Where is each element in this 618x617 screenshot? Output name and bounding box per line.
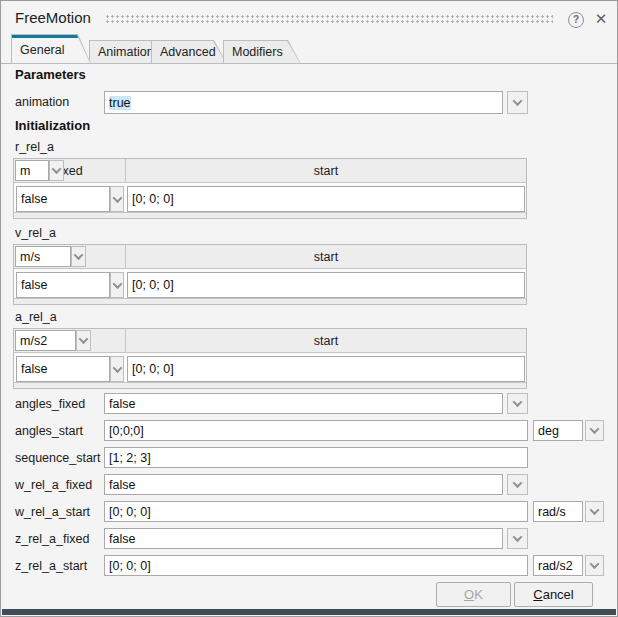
chevron-down-icon [513, 532, 523, 542]
animation-value: true [109, 96, 131, 110]
chevron-down-icon [112, 193, 122, 203]
r-rel-a-table: fixed start m false [0; 0; 0] [13, 158, 527, 219]
fixed-combo-input[interactable]: false [16, 356, 110, 382]
ok-rest: K [474, 587, 483, 602]
fixed-combo-input[interactable]: false [16, 186, 110, 212]
animation-label: animation [15, 95, 69, 109]
unit-combo-input[interactable]: m/s2 [15, 330, 76, 351]
fixed-combo-input[interactable]: false [16, 272, 110, 298]
z-rel-a-start-unit-dropdown-button[interactable] [585, 555, 604, 576]
r-rel-a-label: r_rel_a [15, 140, 54, 154]
initialization-heading: Initialization [15, 118, 90, 133]
start-column-header: start [126, 245, 526, 269]
chevron-down-icon [52, 164, 62, 174]
angles-start-label: angles_start [15, 420, 83, 441]
tab-advanced[interactable]: Advanced [151, 40, 227, 64]
w-rel-a-start-label: w_rel_a_start [15, 501, 90, 522]
start-column-header: start [126, 329, 526, 353]
chevron-down-icon [112, 363, 122, 373]
dialog-title: FreeMotion [15, 9, 91, 26]
tab-label: General [20, 34, 75, 64]
table-footer-strip [14, 382, 526, 388]
unit-combo-input[interactable]: m [15, 160, 49, 181]
unit-combo-input[interactable]: m/s [15, 246, 71, 267]
w-rel-a-start-unit-combo[interactable]: rad/s [533, 501, 583, 522]
chevron-down-icon [513, 397, 523, 407]
chevron-down-icon [513, 478, 523, 488]
help-icon[interactable]: ? [568, 12, 584, 28]
fixed-dropdown-button[interactable] [110, 356, 124, 382]
tab-label: Animation [98, 40, 149, 64]
w-rel-a-start-unit-dropdown-button[interactable] [585, 501, 604, 522]
start-column-header: start [126, 159, 526, 183]
drag-handle[interactable] [105, 14, 553, 24]
table-header: fixed start [14, 159, 526, 183]
start-value-input[interactable]: [0; 0; 0] [127, 356, 525, 382]
z-rel-a-start-label: z_rel_a_start [15, 555, 87, 576]
v-rel-a-table: fixed start m/s false [0; 0; 0] [13, 244, 527, 305]
angles-start-unit-combo[interactable]: deg [533, 420, 583, 441]
a-rel-a-table: fixed start m/s2 false [0; 0; 0] [13, 328, 527, 389]
chevron-down-icon [513, 96, 523, 106]
w-rel-a-fixed-combo-input[interactable]: false [104, 474, 503, 495]
z-rel-a-fixed-combo-input[interactable]: false [104, 528, 503, 549]
tab-general[interactable]: General [11, 34, 91, 64]
v-rel-a-label: v_rel_a [15, 226, 56, 240]
unit-dropdown-button[interactable] [76, 330, 91, 351]
ok-mnemonic: O [464, 587, 474, 602]
z-rel-a-fixed-label: z_rel_a_fixed [15, 528, 89, 549]
chevron-down-icon [590, 559, 600, 569]
tab-label: Advanced [160, 40, 211, 64]
w-rel-a-fixed-dropdown-button[interactable] [507, 474, 528, 495]
ok-button[interactable]: OK [436, 582, 511, 607]
sequence-start-input[interactable]: [1; 2; 3] [104, 447, 528, 468]
chevron-down-icon [74, 250, 84, 260]
tab-modifiers[interactable]: Modifiers [223, 40, 301, 64]
fixed-dropdown-button[interactable] [110, 186, 124, 212]
angles-start-input[interactable]: [0;0;0] [104, 420, 528, 441]
sequence-start-label: sequence_start [15, 447, 100, 468]
angles-fixed-combo-input[interactable]: false [104, 393, 503, 414]
start-value-input[interactable]: [0; 0; 0] [127, 186, 525, 212]
parameters-heading: Parameters [15, 67, 86, 82]
angles-fixed-label: angles_fixed [15, 393, 85, 414]
freemotion-dialog: FreeMotion ? ✕ General Animation Advance… [0, 0, 618, 617]
z-rel-a-fixed-dropdown-button[interactable] [507, 528, 528, 549]
chevron-down-icon [79, 334, 89, 344]
animation-combo-input[interactable]: true [104, 91, 503, 114]
unit-dropdown-button[interactable] [49, 160, 64, 181]
angles-start-unit-dropdown-button[interactable] [585, 420, 604, 441]
close-icon[interactable]: ✕ [592, 10, 610, 28]
table-footer-strip [14, 212, 526, 218]
start-value-input[interactable]: [0; 0; 0] [127, 272, 525, 298]
cancel-rest: ancel [543, 587, 574, 602]
z-rel-a-start-input[interactable]: [0; 0; 0] [104, 555, 528, 576]
chevron-down-icon [590, 424, 600, 434]
animation-dropdown-button[interactable] [507, 91, 528, 114]
table-footer-strip [14, 298, 526, 304]
unit-dropdown-button[interactable] [71, 246, 86, 267]
tab-label: Modifiers [232, 40, 285, 64]
angles-fixed-dropdown-button[interactable] [507, 393, 528, 414]
cancel-mnemonic: C [533, 587, 542, 602]
window-bottom-strip [2, 609, 616, 615]
a-rel-a-label: a_rel_a [15, 310, 57, 324]
fixed-dropdown-button[interactable] [110, 272, 124, 298]
table-header: fixed start [14, 245, 526, 269]
w-rel-a-start-input[interactable]: [0; 0; 0] [104, 501, 528, 522]
chevron-down-icon [112, 279, 122, 289]
cancel-button[interactable]: Cancel [514, 582, 593, 607]
w-rel-a-fixed-label: w_rel_a_fixed [15, 474, 92, 495]
chevron-down-icon [590, 505, 600, 515]
z-rel-a-start-unit-combo[interactable]: rad/s2 [533, 555, 583, 576]
